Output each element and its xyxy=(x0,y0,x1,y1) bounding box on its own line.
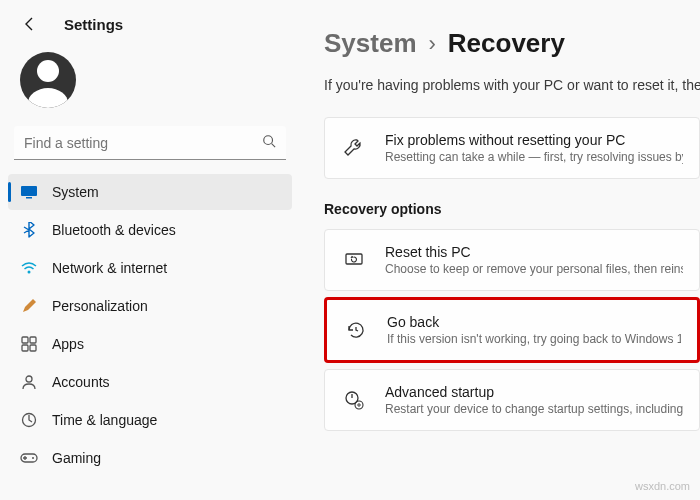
settings-window: Settings System Bluetooth & devices Netw… xyxy=(0,0,700,500)
main-content: System › Recovery If you're having probl… xyxy=(300,0,700,500)
nav-label: Gaming xyxy=(52,450,101,466)
card-title: Fix problems without resetting your PC xyxy=(385,132,683,148)
breadcrumb: System › Recovery xyxy=(324,28,700,59)
bluetooth-icon xyxy=(20,221,38,239)
svg-rect-5 xyxy=(22,337,28,343)
avatar xyxy=(20,52,76,108)
nav-item-accounts[interactable]: Accounts xyxy=(8,364,292,400)
svg-rect-3 xyxy=(26,197,32,199)
fix-problems-card[interactable]: Fix problems without resetting your PC R… xyxy=(324,117,700,179)
card-subtitle: Choose to keep or remove your personal f… xyxy=(385,262,683,276)
card-title: Go back xyxy=(387,314,681,330)
nav-label: Apps xyxy=(52,336,84,352)
nav-label: Bluetooth & devices xyxy=(52,222,176,238)
apps-icon xyxy=(20,335,38,353)
breadcrumb-parent[interactable]: System xyxy=(324,28,417,59)
nav-item-network[interactable]: Network & internet xyxy=(8,250,292,286)
account-header[interactable] xyxy=(8,44,292,126)
back-button[interactable] xyxy=(20,14,40,34)
display-icon xyxy=(20,183,38,201)
gamepad-icon xyxy=(20,449,38,467)
card-subtitle: If this version isn't working, try going… xyxy=(387,332,681,346)
card-body: Fix problems without resetting your PC R… xyxy=(385,132,683,164)
reset-pc-card[interactable]: Reset this PC Choose to keep or remove y… xyxy=(324,229,700,291)
arrow-left-icon xyxy=(22,16,38,32)
app-title: Settings xyxy=(64,16,123,33)
nav-list: System Bluetooth & devices Network & int… xyxy=(8,174,292,476)
nav-item-bluetooth[interactable]: Bluetooth & devices xyxy=(8,212,292,248)
titlebar: Settings xyxy=(8,14,292,44)
nav-label: System xyxy=(52,184,99,200)
section-title: Recovery options xyxy=(324,201,700,217)
svg-rect-7 xyxy=(22,345,28,351)
svg-point-4 xyxy=(28,271,31,274)
power-gear-icon xyxy=(341,387,367,413)
intro-text: If you're having problems with your PC o… xyxy=(324,77,700,93)
card-subtitle: Restart your device to change startup se… xyxy=(385,402,683,416)
nav-item-time-language[interactable]: Time & language xyxy=(8,402,292,438)
card-title: Advanced startup xyxy=(385,384,683,400)
go-back-card[interactable]: Go back If this version isn't working, t… xyxy=(324,297,700,363)
reset-icon xyxy=(341,247,367,273)
card-title: Reset this PC xyxy=(385,244,683,260)
person-icon xyxy=(20,373,38,391)
svg-rect-8 xyxy=(30,345,36,351)
svg-point-0 xyxy=(264,135,273,144)
nav-label: Personalization xyxy=(52,298,148,314)
sidebar: Settings System Bluetooth & devices Netw… xyxy=(0,0,300,500)
card-subtitle: Resetting can take a while — first, try … xyxy=(385,150,683,164)
card-body: Go back If this version isn't working, t… xyxy=(387,314,681,346)
svg-point-16 xyxy=(358,404,360,406)
globe-clock-icon xyxy=(20,411,38,429)
nav-item-gaming[interactable]: Gaming xyxy=(8,440,292,476)
nav-label: Network & internet xyxy=(52,260,167,276)
history-icon xyxy=(343,317,369,343)
nav-item-personalization[interactable]: Personalization xyxy=(8,288,292,324)
search-box[interactable] xyxy=(14,126,286,160)
search-input[interactable] xyxy=(14,135,252,151)
advanced-startup-card[interactable]: Advanced startup Restart your device to … xyxy=(324,369,700,431)
card-body: Advanced startup Restart your device to … xyxy=(385,384,683,416)
watermark: wsxdn.com xyxy=(635,480,690,492)
svg-rect-2 xyxy=(21,186,37,196)
chevron-right-icon: › xyxy=(429,31,436,57)
svg-line-1 xyxy=(272,143,276,147)
breadcrumb-current: Recovery xyxy=(448,28,565,59)
nav-label: Accounts xyxy=(52,374,110,390)
svg-point-9 xyxy=(26,376,32,382)
card-body: Reset this PC Choose to keep or remove y… xyxy=(385,244,683,276)
svg-point-12 xyxy=(32,457,34,459)
wifi-icon xyxy=(20,259,38,277)
nav-item-apps[interactable]: Apps xyxy=(8,326,292,362)
svg-rect-6 xyxy=(30,337,36,343)
wrench-icon xyxy=(341,135,367,161)
paintbrush-icon xyxy=(20,297,38,315)
svg-point-15 xyxy=(355,401,363,409)
nav-item-system[interactable]: System xyxy=(8,174,292,210)
search-icon xyxy=(252,134,286,152)
nav-label: Time & language xyxy=(52,412,157,428)
